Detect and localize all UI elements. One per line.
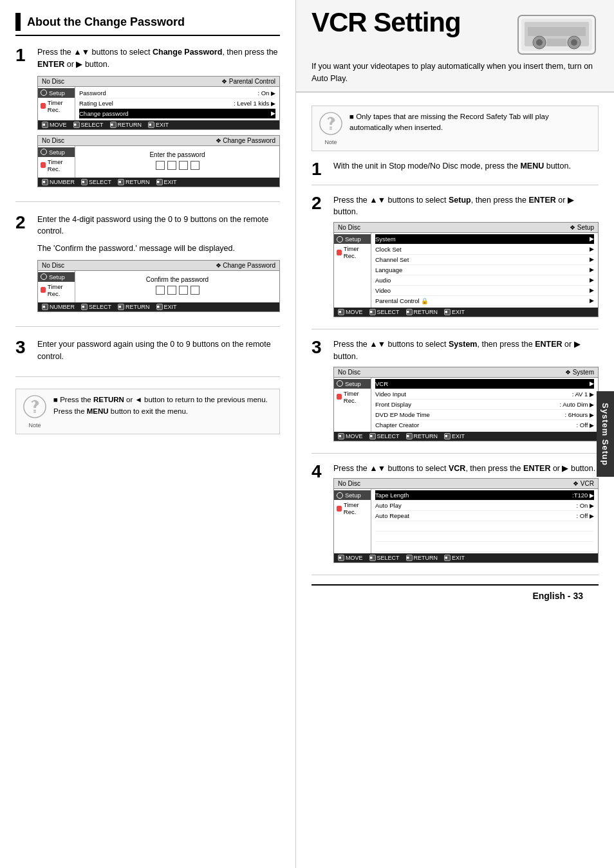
footer-exit-r4: ■ EXIT	[444, 555, 465, 561]
screen2-sidebar: Setup Timer Rec.	[38, 146, 75, 178]
screen2-disc: No Disc	[42, 137, 64, 144]
footer-return-r3: ■ RETURN	[406, 433, 438, 439]
enter-password-label: Enter the password	[79, 147, 275, 176]
password-boxes	[82, 161, 273, 170]
screen3-footer: ■ NUMBER ■ SELECT ■ RETURN ■ EXIT	[38, 302, 279, 311]
sidebar-setup-r2: Setup	[334, 234, 371, 244]
right-step-1: 1 With the unit in Stop mode/No Disc mod…	[312, 160, 599, 185]
step-1-content: Press the ▲▼ buttons to select Change Pa…	[37, 46, 280, 192]
step-2-number: 2	[15, 214, 30, 317]
step-2-text: Enter the 4-digit password using the 0 t…	[37, 214, 280, 238]
setup-topbar: No Disc ❖ Setup	[334, 223, 598, 233]
menu-row-change-password: Change password ▶	[79, 109, 275, 119]
footer-exit-r2: ■ EXIT	[444, 309, 465, 315]
screen2-main: Enter the password	[75, 146, 279, 178]
gear-icon3	[41, 273, 47, 280]
row-system-label: System	[375, 235, 396, 243]
right-step-4: 4 Press the ▲▼ buttons to select VCR, th…	[312, 463, 599, 576]
row-videoinput-label: Video Input	[375, 391, 406, 398]
screen1-topbar: No Disc ❖ Parental Control	[38, 77, 279, 87]
footer-exit: ■ EXIT	[148, 122, 169, 128]
row-dvdepmode-val: : 6Hours ▶	[564, 411, 594, 418]
vcr-note-line1: ■ Only tapes that are missing the Record…	[349, 111, 591, 134]
footer-return: ■ RETURN	[110, 122, 142, 128]
menu-row-rating: Rating Level : Level 1 kids ▶	[79, 98, 275, 109]
system-setup-tab: System Setup	[597, 391, 614, 477]
note-line2: Press the MENU button to exit the menu.	[53, 406, 268, 417]
system-topbar: No Disc ❖ System	[334, 367, 598, 378]
system-setup-tab-label: System Setup	[600, 403, 610, 466]
row-autoplay: Auto Play : On ▶	[375, 501, 594, 511]
footer-move-r3: ■ MOVE	[338, 433, 363, 439]
note-label: Note	[23, 422, 47, 429]
row-autorepeat-label: Auto Repeat	[375, 512, 409, 519]
note-svg-icon	[23, 394, 47, 419]
footer-select-r4: ■ SELECT	[369, 555, 400, 561]
screen-system: No Disc ❖ System Setup	[333, 367, 599, 441]
timer-icon3	[41, 287, 46, 293]
footer-exit-r3: ■ EXIT	[444, 433, 465, 439]
gear-icon-r2	[337, 236, 343, 243]
timer-icon	[41, 103, 46, 109]
screen1-body: Setup Timer Rec. Password : On ▶	[38, 87, 279, 120]
step-1: 1 Press the ▲▼ buttons to select Change …	[15, 46, 280, 202]
footer-move-r4: ■ MOVE	[338, 555, 363, 561]
row-chaptercreator-val: : Off ▶	[577, 421, 594, 429]
right-step-2-text: Press the ▲▼ buttons to select Setup, th…	[333, 194, 599, 219]
right-step-3-content: Press the ▲▼ buttons to select System, t…	[333, 338, 599, 447]
row-parental-label: Parental Control 🔒	[375, 297, 429, 304]
right-step-3: 3 Press the ▲▼ buttons to select System,…	[312, 338, 599, 454]
gear-icon-r4	[337, 492, 343, 499]
vcr-menu-title: ❖ VCR	[573, 480, 594, 487]
vcr-main: Tape Length :T120 ▶ Auto Play : On ▶ Aut…	[371, 489, 598, 553]
row-language: Language ▶	[375, 265, 594, 275]
row-dvdepmode: DVD EP Mode Time : 6Hours ▶	[375, 410, 594, 420]
page-number: English - 33	[532, 591, 583, 601]
cpw-box-4	[191, 286, 200, 295]
step-1-text: Press the ▲▼ buttons to select Change Pa…	[37, 46, 280, 71]
footer-select-r3: ■ SELECT	[369, 433, 400, 439]
row-value: : On ▶	[257, 89, 275, 97]
setup-body: Setup Timer Rec. System ▶	[334, 233, 598, 308]
vcr-intro-text: If you want your videotapes to play auto…	[312, 60, 599, 85]
row-videoinput: Video Input : AV 1 ▶	[375, 389, 594, 400]
sidebar-setup: Setup	[38, 88, 75, 98]
vcr-footer: ■ MOVE ■ SELECT ■ RETURN ■ EXIT	[334, 553, 598, 562]
row-frontdisplay-label: Front Display	[375, 401, 411, 408]
right-step-4-content: Press the ▲▼ buttons to select VCR, then…	[333, 463, 599, 569]
screen1-main: Password : On ▶ Rating Level : Level 1 k…	[75, 87, 279, 120]
note-text: ■ Press the RETURN or ◄ button to return…	[53, 394, 268, 429]
row-label: Change password	[79, 110, 129, 117]
setup-title: ❖ Setup	[570, 224, 594, 231]
svg-point-9	[571, 39, 577, 46]
row-channelset: Channel Set ▶	[375, 255, 594, 265]
system-sidebar: Setup Timer Rec.	[334, 378, 371, 432]
row-value: : Level 1 kids ▶	[234, 100, 275, 107]
step-3-text: Enter your password again using the 0 to…	[37, 338, 280, 363]
screen1-sidebar: Setup Timer Rec.	[38, 87, 75, 120]
gear-icon-r3	[337, 380, 343, 387]
pw-box-4	[191, 161, 200, 170]
vcr-note-box: Note ■ Only tapes that are missing the R…	[312, 106, 599, 151]
step-2-content: Enter the 4-digit password using the 0 t…	[37, 214, 280, 317]
vcr-setting-header: VCR Setting If you want your videotapes …	[296, 0, 614, 93]
step-3: 3 Enter your password again using the 0 …	[15, 338, 280, 378]
section-title: About the Change Password	[27, 15, 185, 29]
right-step-4-num: 4	[312, 463, 326, 569]
right-step-3-text: Press the ▲▼ buttons to select System, t…	[333, 338, 599, 363]
step-2-text2: The 'Confirm the password.' message will…	[37, 243, 280, 255]
screen-confirm-password: No Disc ❖ Change Password Setup Timer Re…	[37, 260, 280, 312]
cpw-box-3	[179, 286, 188, 295]
screen-vcr: No Disc ❖ VCR Setup	[333, 478, 599, 563]
row-channelset-label: Channel Set	[375, 256, 409, 263]
right-step-1-content: With the unit in Stop mode/No Disc mode,…	[333, 160, 599, 178]
sidebar-setup3: Setup	[38, 272, 75, 282]
vcr-tape-illustration	[515, 9, 599, 60]
sidebar-timer-r3: Timer Rec.	[334, 389, 371, 405]
row-audio-label: Audio	[375, 277, 391, 284]
system-title: ❖ System	[565, 369, 594, 376]
screen3-topbar: No Disc ❖ Change Password	[38, 261, 279, 271]
screen-parental-control: No Disc ❖ Parental Control Setup Timer R…	[37, 76, 280, 130]
screen3-body: Setup Timer Rec. Confirm the password	[38, 271, 279, 302]
left-column: About the Change Password 1 Press the ▲▼…	[0, 0, 296, 868]
